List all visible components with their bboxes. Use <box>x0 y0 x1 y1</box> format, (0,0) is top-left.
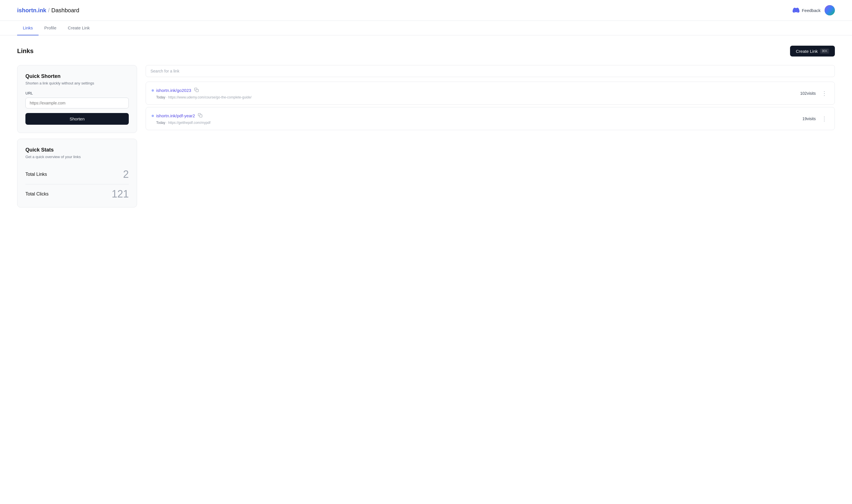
link-more-button-2[interactable]: ⋮ <box>820 115 829 122</box>
header-brand-area: ishortn.ink / Dashboard <box>17 7 79 14</box>
total-clicks-value: 121 <box>112 189 129 199</box>
content-grid: Quick Shorten Shorten a link quickly wit… <box>17 65 835 208</box>
search-input[interactable] <box>146 65 835 77</box>
tab-create-link[interactable]: Create Link <box>62 21 96 35</box>
link-short-url-1[interactable]: ishortn.ink/go2023 <box>156 88 191 93</box>
link-more-button-1[interactable]: ⋮ <box>820 90 829 97</box>
total-links-row: Total Links 2 <box>25 165 129 184</box>
header-page-title: Dashboard <box>51 7 79 14</box>
left-column: Quick Shorten Shorten a link quickly wit… <box>17 65 137 208</box>
link-dot-2 <box>152 115 154 117</box>
link-right-1: 102visits ⋮ <box>800 90 829 97</box>
svg-rect-1 <box>199 115 202 117</box>
quick-shorten-desc: Shorten a link quickly without any setti… <box>25 81 129 85</box>
quick-stats-card: Quick Stats Get a quick overview of your… <box>17 139 137 208</box>
create-link-btn-label: Create Link <box>796 49 818 54</box>
link-item: ishortn.ink/pdf-year2 Today · https://ge… <box>146 107 835 130</box>
link-date-1: Today <box>156 95 165 99</box>
total-links-value: 2 <box>123 169 129 180</box>
header: ishortn.ink / Dashboard Feedback <box>0 0 852 21</box>
main-content: Links Create Link ⌘K Quick Shorten Short… <box>0 35 852 218</box>
page-title: Links <box>17 47 33 55</box>
url-label: URL <box>25 91 129 95</box>
tab-profile[interactable]: Profile <box>38 21 62 35</box>
link-meta-1: Today · https://www.udemy.com/course/go-… <box>152 95 251 99</box>
quick-stats-title: Quick Stats <box>25 147 129 153</box>
link-left-2: ishortn.ink/pdf-year2 Today · https://ge… <box>152 112 210 125</box>
avatar[interactable] <box>824 5 835 15</box>
link-item: ishortn.ink/go2023 Today · https://www.u… <box>146 82 835 105</box>
copy-icon-1[interactable] <box>194 87 199 94</box>
url-input[interactable] <box>25 97 129 108</box>
quick-shorten-card: Quick Shorten Shorten a link quickly wit… <box>17 65 137 133</box>
create-link-shortcut: ⌘K <box>820 49 829 54</box>
create-link-button[interactable]: Create Link ⌘K <box>790 46 835 56</box>
total-links-label: Total Links <box>25 172 47 177</box>
link-short-1: ishortn.ink/go2023 <box>152 87 251 94</box>
link-short-2: ishortn.ink/pdf-year2 <box>152 112 210 119</box>
feedback-button[interactable]: Feedback <box>793 7 821 14</box>
right-column: ishortn.ink/go2023 Today · https://www.u… <box>146 65 835 208</box>
link-short-url-2[interactable]: ishortn.ink/pdf-year2 <box>156 113 195 118</box>
feedback-label: Feedback <box>802 8 821 13</box>
avatar-image <box>824 5 835 15</box>
shorten-button[interactable]: Shorten <box>25 113 129 125</box>
nav-tabs: Links Profile Create Link <box>0 21 852 35</box>
header-actions: Feedback <box>793 5 835 15</box>
link-visits-2: 19visits <box>802 116 816 121</box>
link-dot-1 <box>152 89 154 92</box>
link-date-2: Today <box>156 121 165 125</box>
discord-icon <box>793 7 799 14</box>
link-visits-1: 102visits <box>800 91 816 96</box>
total-clicks-row: Total Clicks 121 <box>25 184 129 199</box>
copy-icon-2[interactable] <box>197 112 203 119</box>
visits-count-1: 102 <box>800 91 807 96</box>
brand-name[interactable]: ishortn.ink <box>17 7 46 14</box>
page-header: Links Create Link ⌘K <box>17 46 835 56</box>
link-left-1: ishortn.ink/go2023 Today · https://www.u… <box>152 87 251 99</box>
link-right-2: 19visits ⋮ <box>802 115 829 122</box>
visits-count-2: 19 <box>802 116 807 121</box>
link-meta-2: Today · https://getthepdf.com/mypdf <box>152 121 210 125</box>
total-clicks-label: Total Clicks <box>25 192 49 197</box>
tab-links[interactable]: Links <box>17 21 38 35</box>
brand-slash: / <box>48 7 50 14</box>
quick-stats-desc: Get a quick overview of your links <box>25 155 129 159</box>
svg-rect-0 <box>196 89 198 92</box>
links-list: ishortn.ink/go2023 Today · https://www.u… <box>146 82 835 130</box>
quick-shorten-title: Quick Shorten <box>25 73 129 79</box>
